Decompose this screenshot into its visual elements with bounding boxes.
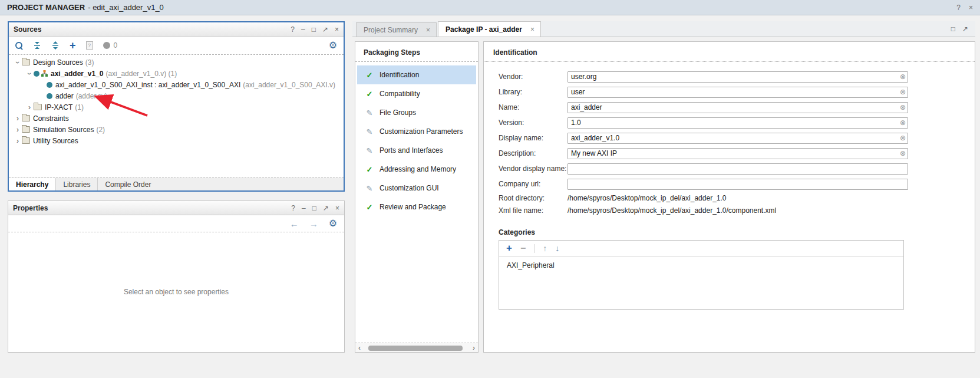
chevron-collapsed-icon[interactable]: ›: [14, 126, 22, 134]
packaging-steps-panel: Packaging Steps ✓ Identification ✓ Compa…: [355, 41, 479, 353]
expand-all-icon[interactable]: [51, 41, 60, 50]
chevron-collapsed-icon[interactable]: ›: [14, 114, 22, 123]
collapse-all-icon[interactable]: [33, 41, 41, 50]
step-ports-and-interfaces[interactable]: ✎ Ports and Interfaces: [357, 141, 476, 160]
tree-item-design-sources[interactable]: › Design Sources (3): [9, 57, 344, 68]
scroll-left-icon[interactable]: ‹: [355, 344, 364, 352]
remove-category-icon[interactable]: −: [520, 244, 526, 252]
tree-item-axi-adder-v1-0[interactable]: › axi_adder_v1_0 (axi_adder_v1_0.v) (1): [9, 68, 344, 79]
step-file-groups[interactable]: ✎ File Groups: [357, 103, 476, 122]
help-icon[interactable]: ?: [291, 26, 295, 33]
tab-label: Package IP - axi_adder: [446, 25, 522, 34]
scrollbar-thumb[interactable]: [368, 346, 463, 351]
close-icon[interactable]: ×: [969, 4, 973, 11]
step-identification[interactable]: ✓ Identification: [357, 65, 476, 84]
chevron-collapsed-icon[interactable]: ›: [25, 103, 34, 111]
float-icon[interactable]: ↗: [322, 26, 328, 33]
chevron-expanded-icon[interactable]: ›: [25, 70, 34, 78]
add-category-icon[interactable]: +: [506, 244, 512, 252]
module-icon: [47, 93, 52, 99]
tree-item-s00-axi-inst[interactable]: axi_adder_v1_0_S00_AXI_inst : axi_adder_…: [9, 79, 344, 90]
help-icon[interactable]: ?: [956, 4, 961, 11]
chevron-expanded-icon[interactable]: ›: [14, 58, 22, 67]
status-dot-icon: [103, 42, 110, 49]
field-label: Display name:: [499, 134, 567, 142]
tree-item-label: adder: [55, 92, 74, 100]
categories-box: + − ↑ ↓ AXI_Peripheral: [499, 240, 904, 310]
separator: [534, 244, 534, 253]
clear-icon[interactable]: ⊗: [900, 103, 906, 111]
identification-panel: Identification Vendor: ⊗ Library: ⊗ Name…: [483, 41, 975, 353]
check-icon: ✓: [365, 203, 374, 212]
step-addressing-and-memory[interactable]: ✓ Addressing and Memory: [357, 160, 476, 179]
vendor-display-name-input[interactable]: [567, 163, 908, 175]
sources-panel-header[interactable]: Sources ? – □ ↗ ×: [9, 22, 344, 37]
tree-item-suffix: (axi_adder_v1_0.v) (1): [105, 70, 177, 78]
open-help-doc-icon[interactable]: ?: [86, 41, 93, 50]
tab-compile-order[interactable]: Compile Order: [98, 178, 158, 190]
step-label: Customization GUI: [380, 184, 439, 192]
clear-icon[interactable]: ⊗: [900, 149, 906, 157]
field-description: Description: ⊗: [499, 146, 975, 161]
close-icon[interactable]: ×: [335, 26, 339, 33]
step-customization-gui[interactable]: ✎ Customization GUI: [357, 179, 476, 198]
scroll-right-icon[interactable]: ›: [470, 344, 478, 352]
close-icon[interactable]: ×: [335, 205, 339, 212]
field-label: Vendor display name:: [499, 165, 567, 173]
display-name-input[interactable]: [567, 133, 908, 144]
clear-icon[interactable]: ⊗: [900, 88, 906, 96]
minimize-icon[interactable]: –: [302, 205, 306, 212]
root-directory-value: /home/spyros/Desktop/mock_ip_del/axi_add…: [567, 194, 726, 202]
horizontal-scrollbar[interactable]: ‹ ›: [355, 343, 478, 352]
search-icon[interactable]: [15, 42, 23, 50]
tab-package-ip[interactable]: Package IP - axi_adder ×: [438, 21, 541, 37]
tree-item-simulation-sources[interactable]: › Simulation Sources (2): [9, 124, 344, 135]
maximize-icon[interactable]: □: [951, 25, 955, 32]
float-icon[interactable]: ↗: [323, 205, 329, 212]
tree-item-suffix: (3): [85, 58, 94, 67]
add-sources-icon[interactable]: +: [70, 42, 76, 50]
maximize-icon[interactable]: □: [312, 205, 316, 212]
step-customization-parameters[interactable]: ✎ Customization Parameters: [357, 122, 476, 141]
category-list-item[interactable]: AXI_Peripheral: [499, 257, 903, 269]
move-down-icon[interactable]: ↓: [555, 244, 559, 253]
back-arrow-icon[interactable]: ←: [290, 219, 299, 229]
library-input[interactable]: [567, 87, 908, 98]
tree-item-label: Constraints: [33, 114, 69, 123]
maximize-icon[interactable]: □: [312, 26, 316, 33]
clear-icon[interactable]: ⊗: [900, 119, 906, 127]
step-review-and-package[interactable]: ✓ Review and Package: [357, 198, 476, 216]
help-icon[interactable]: ?: [291, 205, 295, 212]
field-xml-file-name: Xml file name: /home/spyros/Desktop/mock…: [499, 204, 975, 216]
description-input[interactable]: [567, 148, 908, 159]
chevron-collapsed-icon[interactable]: ›: [14, 137, 22, 145]
tab-libraries[interactable]: Libraries: [56, 178, 98, 190]
tab-project-summary[interactable]: Project Summary ×: [356, 22, 437, 37]
field-root-directory: Root directory: /home/spyros/Desktop/moc…: [499, 192, 975, 204]
properties-panel-header[interactable]: Properties ? – □ ↗ ×: [8, 201, 344, 215]
company-url-input[interactable]: [567, 179, 908, 190]
packaging-steps-title: Packaging Steps: [355, 42, 478, 61]
minimize-icon[interactable]: –: [301, 26, 305, 33]
scrollbar-track[interactable]: [364, 345, 470, 351]
tree-item-utility-sources[interactable]: › Utility Sources: [9, 135, 344, 146]
vendor-input[interactable]: [567, 71, 908, 83]
settings-gear-icon[interactable]: ⚙: [329, 41, 337, 50]
tree-item-ip-xact[interactable]: › IP-XACT (1): [9, 101, 344, 113]
settings-gear-icon[interactable]: ⚙: [329, 219, 337, 228]
module-icon: [47, 82, 52, 88]
clear-icon[interactable]: ⊗: [900, 134, 906, 142]
step-compatibility[interactable]: ✓ Compatibility: [357, 84, 476, 103]
tree-item-constraints[interactable]: › Constraints: [9, 113, 344, 124]
name-input[interactable]: [567, 102, 908, 113]
tab-close-icon[interactable]: ×: [426, 26, 430, 34]
forward-arrow-icon[interactable]: →: [309, 219, 318, 229]
tab-close-icon[interactable]: ×: [530, 25, 534, 34]
version-input[interactable]: [567, 117, 908, 129]
float-icon[interactable]: ↗: [962, 25, 968, 32]
tree-item-adder[interactable]: adder (adder.sv): [9, 90, 344, 101]
tab-hierarchy[interactable]: Hierarchy: [9, 178, 56, 190]
move-up-icon[interactable]: ↑: [543, 244, 547, 253]
folder-icon: [22, 137, 30, 144]
clear-icon[interactable]: ⊗: [900, 73, 906, 81]
